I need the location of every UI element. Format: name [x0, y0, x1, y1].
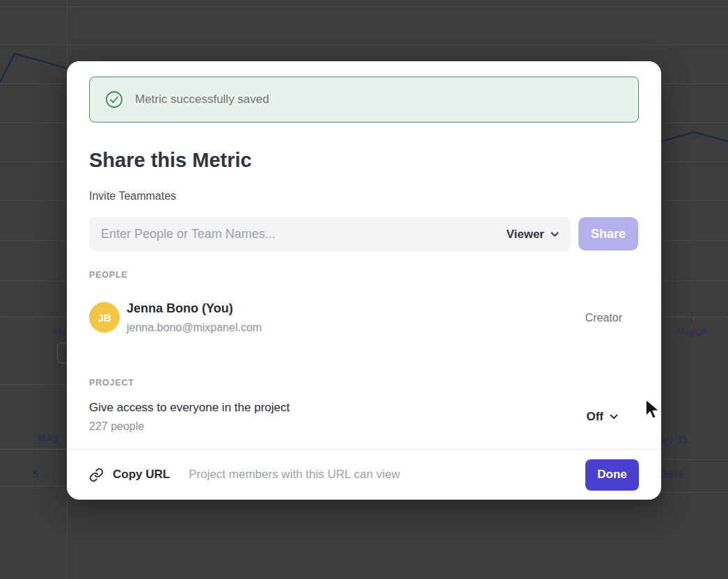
check-circle-icon [105, 90, 123, 109]
modal-footer: Copy URL Project members with this URL c… [67, 449, 661, 500]
table-header-cell-clip: May 5 [0, 431, 67, 447]
table-divider [661, 492, 728, 493]
line-chart-segment-left [0, 42, 67, 90]
x-axis-label-partial: Ma [54, 326, 66, 337]
table-date-left: May 5 [38, 431, 67, 447]
line-chart-segment-right [661, 127, 728, 145]
table-divider [0, 486, 67, 486]
project-section-heading: PROJECT [89, 378, 134, 388]
chart-gridline [0, 6, 728, 7]
invite-people-input[interactable] [89, 227, 506, 241]
role-select[interactable]: Viewer [506, 228, 571, 241]
copy-url-button[interactable]: Copy URL [89, 468, 170, 482]
people-section-heading: PEOPLE [89, 270, 128, 280]
screen: Ma May 26 1 May 5 5 . 57% ay 11 35% [0, 0, 728, 579]
modal-title: Share this Metric [89, 149, 252, 172]
link-icon [89, 468, 104, 482]
share-button[interactable]: Share [578, 217, 638, 251]
project-access-title: Give access to everyone in the project [89, 401, 290, 415]
invite-input-container: Viewer [89, 217, 571, 251]
x-axis-tick [693, 317, 694, 322]
copy-url-label: Copy URL [113, 468, 170, 482]
chevron-down-icon [610, 414, 618, 420]
table-date-right: ay 11 [661, 434, 688, 445]
share-metric-modal: Metric successfully saved Share this Met… [67, 61, 661, 500]
table-value-right: 35% [661, 468, 684, 479]
table-value-left: 5 . 57% [33, 468, 67, 482]
table-divider [0, 384, 67, 385]
project-access-select[interactable]: Off [586, 410, 618, 424]
chevron-down-icon [551, 232, 559, 237]
member-name: Jenna Bono (You) [127, 301, 233, 316]
toast-message: Metric successfully saved [135, 93, 269, 106]
member-email: jenna.bono@mixpanel.com [127, 322, 262, 334]
avatar: JB [89, 302, 120, 333]
role-select-value: Viewer [506, 228, 544, 241]
x-axis-label-may26: May 26 [677, 326, 707, 337]
table-divider [0, 449, 67, 450]
table-divider [661, 459, 728, 460]
invite-teammates-label: Invite Teammates [89, 190, 176, 203]
done-button[interactable]: Done [585, 459, 639, 491]
url-permission-hint: Project members with this URL can view [189, 468, 400, 482]
project-access-count: 227 people [89, 420, 144, 433]
member-role: Creator [585, 312, 622, 324]
chart-gridline [0, 45, 728, 45]
success-toast: Metric successfully saved [89, 77, 639, 122]
project-access-value: Off [586, 410, 603, 424]
table-value-cell-clip: 5 . 57% [0, 468, 67, 482]
